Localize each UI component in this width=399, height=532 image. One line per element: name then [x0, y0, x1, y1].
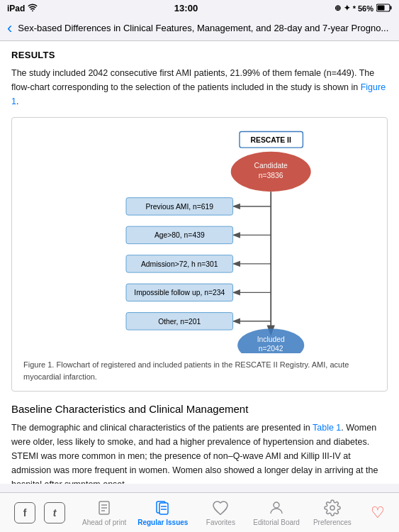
status-right: ⊕ ✦ * 56% — [335, 4, 392, 13]
battery-icon — [376, 4, 392, 13]
status-bar: iPad 13:00 ⊕ ✦ * 56% — [0, 0, 399, 16]
table1-link[interactable]: Table 1 — [313, 423, 341, 433]
regular-issues-label: Regular Issues — [137, 519, 188, 526]
svg-rect-32 — [159, 503, 168, 514]
toolbar-preferences[interactable]: Preferences — [311, 499, 354, 526]
back-chevron-icon: ‹ — [7, 21, 12, 36]
battery-percent: * 56% — [353, 4, 373, 13]
device-label: iPad — [7, 4, 25, 13]
svg-text:RESCATE II: RESCATE II — [251, 136, 291, 144]
svg-text:Previous AMI, n=619: Previous AMI, n=619 — [145, 203, 213, 211]
bottom-toolbar: f t Ahead of print Regular Issues Favori… — [0, 492, 399, 532]
svg-text:Age>80, n=439: Age>80, n=439 — [154, 231, 205, 239]
gps-icon: ⊕ — [335, 4, 341, 13]
svg-text:Candidate: Candidate — [254, 162, 288, 170]
twitter-icon[interactable]: t — [44, 502, 65, 523]
svg-text:Other, n=201: Other, n=201 — [158, 318, 201, 326]
intro-paragraph: The study included 2042 consecutive firs… — [11, 66, 388, 109]
preferences-label: Preferences — [313, 519, 352, 526]
svg-rect-2 — [377, 5, 384, 10]
toolbar-editorial-board[interactable]: Editorial Board — [253, 499, 300, 526]
status-left: iPad — [7, 3, 38, 13]
back-button[interactable]: ‹ — [7, 21, 12, 36]
svg-text:Impossible follow up, n=234: Impossible follow up, n=234 — [134, 289, 225, 297]
ahead-label: Ahead of print — [82, 519, 126, 526]
social-icons: f t — [9, 502, 71, 523]
toolbar-ahead-of-print[interactable]: Ahead of print — [82, 499, 126, 526]
para2-text: The demographic and clinical characteris… — [11, 423, 313, 433]
editorial-label: Editorial Board — [253, 519, 300, 526]
svg-point-35 — [274, 502, 279, 508]
svg-text:Included: Included — [257, 336, 285, 343]
svg-text:Admission>72, h n=301: Admission>72, h n=301 — [141, 260, 218, 268]
signal-bars: ✦ — [344, 4, 350, 13]
toolbar-favorites[interactable]: Favorites — [199, 499, 242, 526]
results-label: RESULTS — [11, 50, 388, 60]
heart-icon[interactable]: ♡ — [371, 504, 385, 522]
svg-text:n=2042: n=2042 — [259, 345, 283, 353]
article-content: RESULTS The study included 2042 consecut… — [0, 41, 399, 484]
svg-point-36 — [330, 506, 335, 510]
status-time: 13:00 — [174, 3, 198, 13]
toolbar-regular-issues[interactable]: Regular Issues — [137, 499, 188, 526]
flowchart-svg: RESCATE II Candidate n=3836 Previous AMI… — [21, 126, 378, 353]
svg-rect-1 — [390, 6, 391, 9]
nav-title: Sex-based Differences in Clinical Featur… — [18, 23, 392, 35]
intro-text: The study included 2042 consecutive firs… — [11, 68, 374, 92]
right-heart-area: ♡ — [365, 504, 390, 522]
paragraph2: The demographic and clinical characteris… — [11, 421, 388, 484]
nav-bar: ‹ Sex-based Differences in Clinical Feat… — [0, 16, 399, 41]
wifi-icon — [28, 3, 38, 13]
favorites-label: Favorites — [206, 519, 235, 526]
section-heading-baseline: Baseline Characteristics and Clinical Ma… — [11, 403, 388, 415]
facebook-icon[interactable]: f — [14, 502, 35, 523]
svg-text:n=3836: n=3836 — [259, 172, 283, 179]
figure-caption: Figure 1. Flowchart of registered and in… — [21, 359, 378, 382]
flowchart-figure: RESCATE II Candidate n=3836 Previous AMI… — [11, 117, 388, 392]
